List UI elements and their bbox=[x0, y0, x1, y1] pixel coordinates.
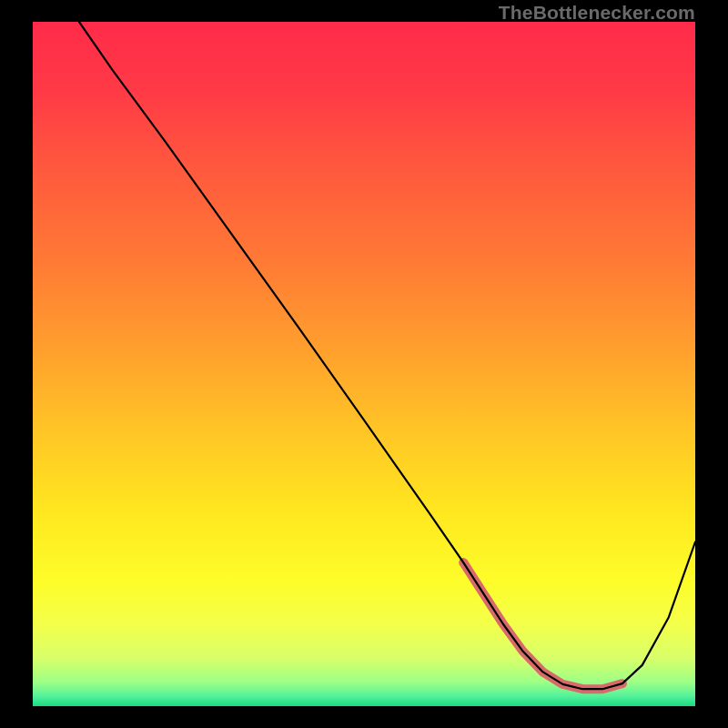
plot-svg bbox=[33, 22, 695, 706]
chart-stage: TheBottlenecker.com bbox=[0, 0, 728, 728]
gradient-backdrop bbox=[33, 22, 695, 706]
watermark-text: TheBottlenecker.com bbox=[499, 2, 695, 24]
plot-area bbox=[33, 22, 695, 706]
